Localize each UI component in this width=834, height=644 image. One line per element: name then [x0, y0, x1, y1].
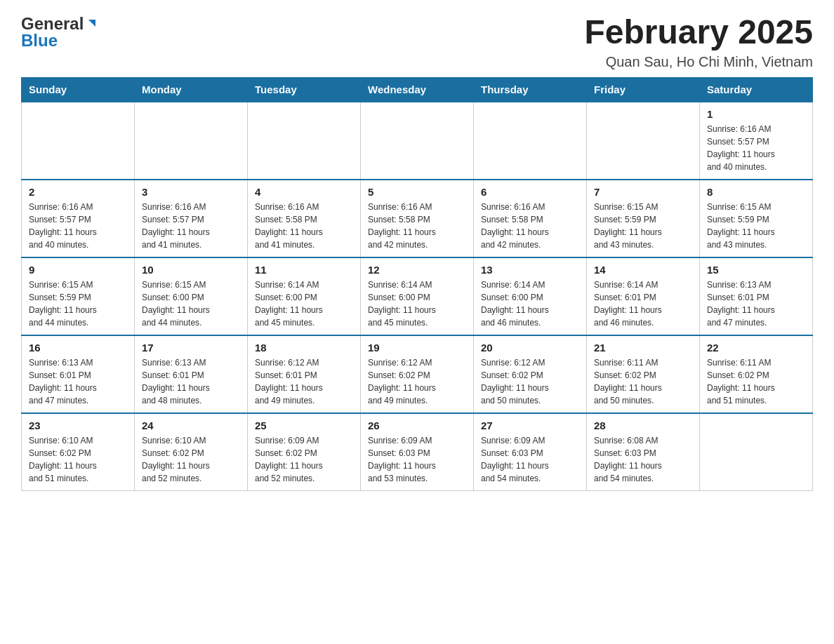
day-info: Sunrise: 6:15 AMSunset: 6:00 PMDaylight:… [142, 279, 240, 329]
day-info: Sunrise: 6:12 AMSunset: 6:02 PMDaylight:… [368, 356, 466, 407]
calendar-subtitle: Quan Sau, Ho Chi Minh, Vietnam [584, 54, 813, 70]
calendar-cell: 24Sunrise: 6:10 AMSunset: 6:02 PMDayligh… [135, 413, 248, 491]
calendar-week-row: 9Sunrise: 6:15 AMSunset: 5:59 PMDaylight… [22, 257, 813, 335]
calendar-cell [700, 413, 813, 491]
calendar-cell: 17Sunrise: 6:13 AMSunset: 6:01 PMDayligh… [135, 335, 248, 413]
calendar-cell: 8Sunrise: 6:15 AMSunset: 5:59 PMDaylight… [700, 180, 813, 257]
day-info: Sunrise: 6:14 AMSunset: 6:00 PMDaylight:… [368, 279, 466, 329]
day-number: 12 [368, 264, 466, 276]
day-info: Sunrise: 6:15 AMSunset: 5:59 PMDaylight:… [594, 201, 692, 251]
calendar-cell: 14Sunrise: 6:14 AMSunset: 6:01 PMDayligh… [587, 257, 700, 335]
day-number: 15 [707, 264, 805, 276]
calendar-cell: 26Sunrise: 6:09 AMSunset: 6:03 PMDayligh… [361, 413, 474, 491]
day-info: Sunrise: 6:11 AMSunset: 6:02 PMDaylight:… [594, 356, 692, 407]
day-number: 27 [481, 420, 579, 431]
weekday-header-monday: Monday [135, 77, 248, 102]
day-number: 25 [255, 420, 353, 431]
day-number: 6 [481, 186, 579, 198]
calendar-cell: 21Sunrise: 6:11 AMSunset: 6:02 PMDayligh… [587, 335, 700, 413]
weekday-header-friday: Friday [587, 77, 700, 102]
day-number: 8 [707, 186, 805, 198]
day-number: 2 [29, 186, 127, 198]
calendar-title: February 2025 [584, 14, 813, 51]
day-info: Sunrise: 6:13 AMSunset: 6:01 PMDaylight:… [142, 356, 240, 407]
calendar-week-row: 2Sunrise: 6:16 AMSunset: 5:57 PMDaylight… [22, 180, 813, 257]
weekday-header-row: SundayMondayTuesdayWednesdayThursdayFrid… [22, 77, 813, 102]
calendar-cell [22, 102, 135, 180]
calendar-cell: 2Sunrise: 6:16 AMSunset: 5:57 PMDaylight… [22, 180, 135, 257]
day-number: 28 [594, 420, 692, 431]
logo-blue-text: Blue [21, 31, 58, 51]
day-number: 26 [368, 420, 466, 431]
calendar-cell: 15Sunrise: 6:13 AMSunset: 6:01 PMDayligh… [700, 257, 813, 335]
calendar-cell: 18Sunrise: 6:12 AMSunset: 6:01 PMDayligh… [248, 335, 361, 413]
calendar-cell [474, 102, 587, 180]
day-number: 23 [29, 420, 127, 431]
day-number: 11 [255, 264, 353, 276]
calendar-cell: 12Sunrise: 6:14 AMSunset: 6:00 PMDayligh… [361, 257, 474, 335]
day-number: 3 [142, 186, 240, 198]
calendar-cell: 20Sunrise: 6:12 AMSunset: 6:02 PMDayligh… [474, 335, 587, 413]
day-number: 24 [142, 420, 240, 431]
weekday-header-thursday: Thursday [474, 77, 587, 102]
day-number: 17 [142, 342, 240, 354]
calendar-cell: 23Sunrise: 6:10 AMSunset: 6:02 PMDayligh… [22, 413, 135, 491]
title-block: February 2025 Quan Sau, Ho Chi Minh, Vie… [584, 14, 813, 70]
day-info: Sunrise: 6:16 AMSunset: 5:58 PMDaylight:… [255, 201, 353, 251]
day-number: 20 [481, 342, 579, 354]
calendar-cell: 28Sunrise: 6:08 AMSunset: 6:03 PMDayligh… [587, 413, 700, 491]
day-info: Sunrise: 6:09 AMSunset: 6:02 PMDaylight:… [255, 434, 353, 485]
day-number: 4 [255, 186, 353, 198]
calendar-cell: 3Sunrise: 6:16 AMSunset: 5:57 PMDaylight… [135, 180, 248, 257]
day-info: Sunrise: 6:11 AMSunset: 6:02 PMDaylight:… [707, 356, 805, 407]
calendar-cell [135, 102, 248, 180]
calendar-cell: 10Sunrise: 6:15 AMSunset: 6:00 PMDayligh… [135, 257, 248, 335]
calendar-header: SundayMondayTuesdayWednesdayThursdayFrid… [22, 77, 813, 102]
day-info: Sunrise: 6:15 AMSunset: 5:59 PMDaylight:… [707, 201, 805, 251]
calendar-week-row: 16Sunrise: 6:13 AMSunset: 6:01 PMDayligh… [22, 335, 813, 413]
calendar-table: SundayMondayTuesdayWednesdayThursdayFrid… [21, 77, 813, 491]
day-info: Sunrise: 6:09 AMSunset: 6:03 PMDaylight:… [481, 434, 579, 485]
calendar-cell: 6Sunrise: 6:16 AMSunset: 5:58 PMDaylight… [474, 180, 587, 257]
day-info: Sunrise: 6:16 AMSunset: 5:58 PMDaylight:… [481, 201, 579, 251]
day-number: 21 [594, 342, 692, 354]
day-info: Sunrise: 6:12 AMSunset: 6:02 PMDaylight:… [481, 356, 579, 407]
day-number: 7 [594, 186, 692, 198]
day-info: Sunrise: 6:14 AMSunset: 6:00 PMDaylight:… [481, 279, 579, 329]
calendar-cell: 1Sunrise: 6:16 AMSunset: 5:57 PMDaylight… [700, 102, 813, 180]
day-info: Sunrise: 6:14 AMSunset: 6:01 PMDaylight:… [594, 279, 692, 329]
calendar-cell: 22Sunrise: 6:11 AMSunset: 6:02 PMDayligh… [700, 335, 813, 413]
page-header: General Blue February 2025 Quan Sau, Ho … [21, 14, 813, 70]
logo-triangle-icon [86, 17, 98, 32]
logo: General Blue [21, 14, 98, 51]
day-number: 5 [368, 186, 466, 198]
weekday-header-sunday: Sunday [22, 77, 135, 102]
calendar-week-row: 23Sunrise: 6:10 AMSunset: 6:02 PMDayligh… [22, 413, 813, 491]
weekday-header-tuesday: Tuesday [248, 77, 361, 102]
day-info: Sunrise: 6:13 AMSunset: 6:01 PMDaylight:… [29, 356, 127, 407]
day-info: Sunrise: 6:10 AMSunset: 6:02 PMDaylight:… [142, 434, 240, 485]
calendar-cell: 25Sunrise: 6:09 AMSunset: 6:02 PMDayligh… [248, 413, 361, 491]
calendar-cell: 11Sunrise: 6:14 AMSunset: 6:00 PMDayligh… [248, 257, 361, 335]
calendar-cell [361, 102, 474, 180]
day-number: 16 [29, 342, 127, 354]
day-info: Sunrise: 6:09 AMSunset: 6:03 PMDaylight:… [368, 434, 466, 485]
calendar-cell: 16Sunrise: 6:13 AMSunset: 6:01 PMDayligh… [22, 335, 135, 413]
weekday-header-wednesday: Wednesday [361, 77, 474, 102]
day-info: Sunrise: 6:16 AMSunset: 5:58 PMDaylight:… [368, 201, 466, 251]
calendar-cell [587, 102, 700, 180]
calendar-week-row: 1Sunrise: 6:16 AMSunset: 5:57 PMDaylight… [22, 102, 813, 180]
day-info: Sunrise: 6:12 AMSunset: 6:01 PMDaylight:… [255, 356, 353, 407]
day-number: 14 [594, 264, 692, 276]
calendar-cell: 4Sunrise: 6:16 AMSunset: 5:58 PMDaylight… [248, 180, 361, 257]
day-info: Sunrise: 6:15 AMSunset: 5:59 PMDaylight:… [29, 279, 127, 329]
day-number: 10 [142, 264, 240, 276]
day-info: Sunrise: 6:14 AMSunset: 6:00 PMDaylight:… [255, 279, 353, 329]
calendar-cell [248, 102, 361, 180]
day-number: 9 [29, 264, 127, 276]
calendar-cell: 19Sunrise: 6:12 AMSunset: 6:02 PMDayligh… [361, 335, 474, 413]
calendar-cell: 9Sunrise: 6:15 AMSunset: 5:59 PMDaylight… [22, 257, 135, 335]
day-number: 19 [368, 342, 466, 354]
svg-marker-0 [88, 20, 95, 27]
calendar-cell: 27Sunrise: 6:09 AMSunset: 6:03 PMDayligh… [474, 413, 587, 491]
